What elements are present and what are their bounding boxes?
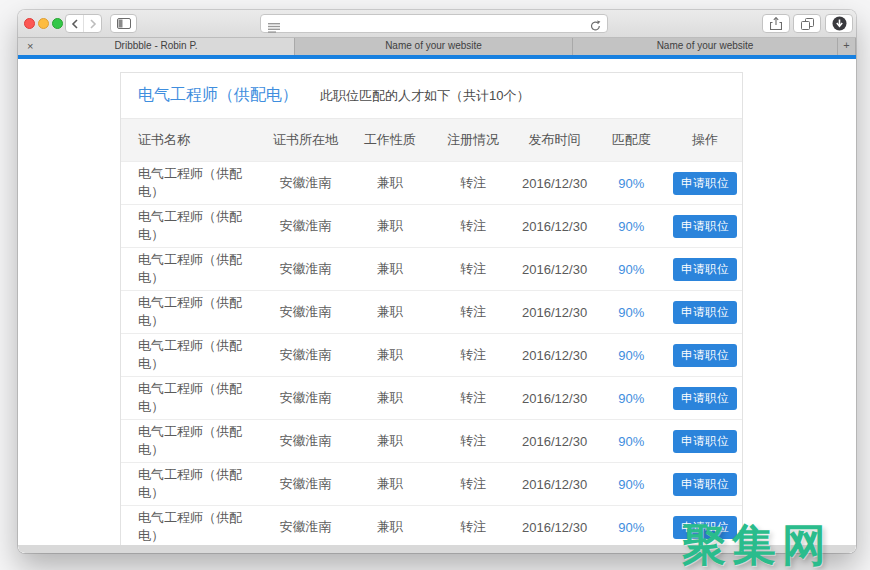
watermark-text: 聚集网 — [682, 516, 832, 570]
cell-cert-name: 电气工程师（供配电） — [121, 208, 263, 244]
refresh-icon[interactable] — [590, 18, 601, 36]
back-button[interactable] — [66, 15, 83, 32]
zoom-window-icon[interactable] — [52, 18, 63, 29]
cell-registration: 转注 — [431, 475, 515, 493]
share-button[interactable] — [762, 14, 790, 33]
cell-publish-time: 2016/12/30 — [515, 391, 595, 406]
cell-publish-time: 2016/12/30 — [515, 434, 595, 449]
sidebar-icon — [117, 18, 131, 29]
cell-cert-location: 安徽淮南 — [263, 303, 349, 321]
apply-job-button[interactable]: 申请职位 — [673, 172, 737, 195]
cell-cert-location: 安徽淮南 — [263, 389, 349, 407]
cell-cert-name: 电气工程师（供配电） — [121, 380, 263, 416]
close-window-icon[interactable] — [24, 18, 35, 29]
page-title: 电气工程师（供配电） — [138, 85, 298, 106]
cell-cert-location: 安徽淮南 — [263, 346, 349, 364]
close-tab-icon[interactable]: × — [27, 38, 33, 54]
column-header-cert-location: 证书所在地 — [263, 131, 349, 149]
tab-website-1[interactable]: Name of your website — [295, 38, 573, 55]
cell-cert-location: 安徽淮南 — [263, 174, 349, 192]
apply-job-button[interactable]: 申请职位 — [673, 258, 737, 281]
sidebar-toggle-button[interactable] — [110, 14, 137, 33]
new-tab-button[interactable]: + — [838, 38, 856, 55]
cell-job-nature: 兼职 — [348, 389, 431, 407]
tab-website-2[interactable]: Name of your website — [573, 38, 838, 55]
table-row: 电气工程师（供配电） 安徽淮南 兼职 转注 2016/12/30 90% 申请职… — [121, 290, 742, 333]
cell-job-nature: 兼职 — [348, 303, 431, 321]
cell-match-degree: 90% — [594, 434, 668, 449]
cell-cert-name: 电气工程师（供配电） — [121, 251, 263, 287]
column-header-match-degree: 匹配度 — [594, 131, 668, 149]
tab-overview-button[interactable] — [793, 14, 821, 33]
cell-registration: 转注 — [431, 217, 515, 235]
cell-registration: 转注 — [431, 260, 515, 278]
cell-cert-name: 电气工程师（供配电） — [121, 423, 263, 459]
window-controls — [24, 18, 63, 29]
cell-registration: 转注 — [431, 346, 515, 364]
table-row: 电气工程师（供配电） 安徽淮南 兼职 转注 2016/12/30 90% 申请职… — [121, 462, 742, 505]
apply-job-button[interactable]: 申请职位 — [673, 344, 737, 367]
cell-cert-name: 电气工程师（供配电） — [121, 294, 263, 330]
column-header-registration: 注册情况 — [431, 131, 515, 149]
downloads-button[interactable] — [825, 14, 853, 33]
apply-job-button[interactable]: 申请职位 — [673, 430, 737, 453]
cell-registration: 转注 — [431, 518, 515, 536]
cell-registration: 转注 — [431, 432, 515, 450]
cell-action: 申请职位 — [668, 215, 742, 238]
column-header-cert-name: 证书名称 — [121, 131, 263, 149]
nav-buttons — [65, 14, 102, 33]
url-input[interactable] — [285, 15, 575, 32]
cell-match-degree: 90% — [594, 348, 668, 363]
cell-match-degree: 90% — [594, 219, 668, 234]
forward-button[interactable] — [83, 15, 101, 32]
cell-cert-location: 安徽淮南 — [263, 518, 349, 536]
card-header: 电气工程师（供配电） 此职位匹配的人才如下（共计10个） — [121, 73, 742, 119]
cell-publish-time: 2016/12/30 — [515, 219, 595, 234]
chevron-right-icon — [89, 19, 97, 29]
cell-match-degree: 90% — [594, 520, 668, 535]
table-body: 电气工程师（供配电） 安徽淮南 兼职 转注 2016/12/30 90% 申请职… — [121, 161, 742, 548]
table-row: 电气工程师（供配电） 安徽淮南 兼职 转注 2016/12/30 90% 申请职… — [121, 204, 742, 247]
column-header-job-nature: 工作性质 — [348, 131, 431, 149]
cell-publish-time: 2016/12/30 — [515, 477, 595, 492]
plus-icon: + — [843, 39, 849, 51]
column-header-publish-time: 发布时间 — [515, 131, 595, 149]
tab-label: Dribbble - Robin P. — [114, 40, 197, 51]
table-row: 电气工程师（供配电） 安徽淮南 兼职 转注 2016/12/30 90% 申请职… — [121, 161, 742, 204]
table-row: 电气工程师（供配电） 安徽淮南 兼职 转注 2016/12/30 90% 申请职… — [121, 419, 742, 462]
page-content: 电气工程师（供配电） 此职位匹配的人才如下（共计10个） 证书名称 证书所在地 … — [18, 59, 856, 553]
cell-action: 申请职位 — [668, 258, 742, 281]
cell-job-nature: 兼职 — [348, 260, 431, 278]
cell-cert-location: 安徽淮南 — [263, 432, 349, 450]
cell-publish-time: 2016/12/30 — [515, 176, 595, 191]
tab-bar: × Dribbble - Robin P. Name of your websi… — [18, 38, 856, 55]
browser-toolbar — [18, 10, 856, 38]
cell-job-nature: 兼职 — [348, 217, 431, 235]
table-row: 电气工程师（供配电） 安徽淮南 兼职 转注 2016/12/30 90% 申请职… — [121, 247, 742, 290]
apply-job-button[interactable]: 申请职位 — [673, 387, 737, 410]
apply-job-button[interactable]: 申请职位 — [673, 215, 737, 238]
cell-publish-time: 2016/12/30 — [515, 348, 595, 363]
cell-cert-location: 安徽淮南 — [263, 260, 349, 278]
cell-cert-name: 电气工程师（供配电） — [121, 165, 263, 201]
share-icon — [770, 17, 782, 30]
job-match-card: 电气工程师（供配电） 此职位匹配的人才如下（共计10个） 证书名称 证书所在地 … — [120, 72, 743, 549]
cell-job-nature: 兼职 — [348, 432, 431, 450]
reader-icon[interactable] — [268, 19, 280, 37]
apply-job-button[interactable]: 申请职位 — [673, 473, 737, 496]
tab-dribbble[interactable]: × Dribbble - Robin P. — [18, 38, 295, 55]
minimize-window-icon[interactable] — [38, 18, 49, 29]
table-row: 电气工程师（供配电） 安徽淮南 兼职 转注 2016/12/30 90% 申请职… — [121, 376, 742, 419]
cell-action: 申请职位 — [668, 172, 742, 195]
cell-cert-name: 电气工程师（供配电） — [121, 466, 263, 502]
cell-match-degree: 90% — [594, 305, 668, 320]
cell-registration: 转注 — [431, 174, 515, 192]
cell-match-degree: 90% — [594, 262, 668, 277]
downloads-icon — [832, 16, 847, 31]
cell-job-nature: 兼职 — [348, 174, 431, 192]
cell-match-degree: 90% — [594, 477, 668, 492]
browser-window: × Dribbble - Robin P. Name of your websi… — [18, 10, 856, 553]
apply-job-button[interactable]: 申请职位 — [673, 301, 737, 324]
page-subtitle: 此职位匹配的人才如下（共计10个） — [320, 87, 529, 105]
address-bar[interactable] — [260, 14, 608, 33]
